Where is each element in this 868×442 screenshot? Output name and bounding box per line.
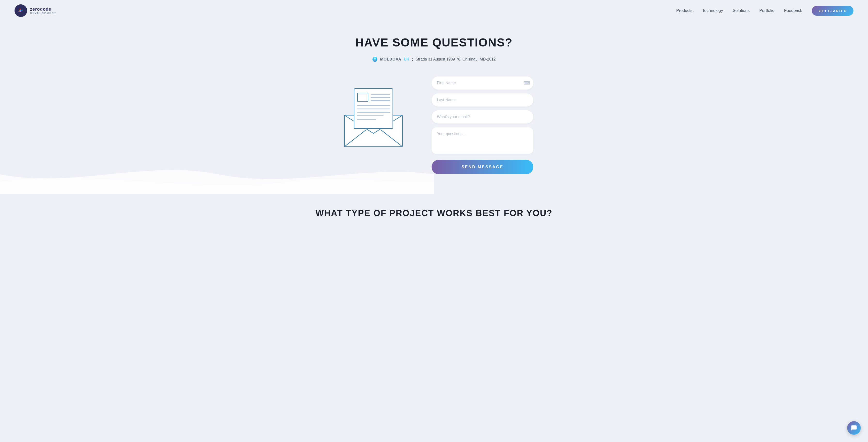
logo-text: zeroqode development bbox=[30, 7, 56, 14]
chat-icon bbox=[851, 425, 857, 431]
chat-bubble-button[interactable] bbox=[847, 421, 861, 435]
bottom-title: WHAT TYPE OF PROJECT WORKS BEST FOR YOU? bbox=[14, 208, 854, 218]
nav-feedback[interactable]: Feedback bbox=[784, 8, 802, 13]
email-input[interactable] bbox=[432, 110, 533, 123]
get-started-button[interactable]: GET STARTED bbox=[812, 6, 854, 16]
main-section: HAVE SOME QUESTIONS? 🌐 MOLDOVA UK : Stra… bbox=[0, 21, 868, 194]
contact-form: ⌨ SEND MESSAGE bbox=[432, 76, 533, 174]
nav-technology[interactable]: Technology bbox=[702, 8, 723, 13]
location-moldova: MOLDOVA bbox=[380, 57, 401, 62]
header: Z zeroqode development Products Technolo… bbox=[0, 0, 868, 21]
main-content: HAVE SOME QUESTIONS? 🌐 MOLDOVA UK : Stra… bbox=[0, 21, 868, 194]
page-title: HAVE SOME QUESTIONS? bbox=[14, 36, 854, 49]
globe-icon: 🌐 bbox=[372, 57, 378, 62]
nav-solutions[interactable]: Solutions bbox=[733, 8, 750, 13]
last-name-input[interactable] bbox=[432, 93, 533, 106]
main-nav: Products Technology Solutions Portfolio … bbox=[676, 6, 854, 16]
brand-name: zeroqode bbox=[30, 7, 56, 12]
envelope-svg bbox=[335, 81, 412, 149]
logo[interactable]: Z zeroqode development bbox=[14, 4, 56, 17]
location-address: Strada 31 August 1989 78, Chisinau, MD-2… bbox=[415, 57, 496, 62]
logo-icon: Z bbox=[17, 7, 25, 14]
envelope-illustration bbox=[335, 81, 412, 149]
logo-circle: Z bbox=[14, 4, 27, 17]
questions-textarea[interactable] bbox=[432, 127, 533, 154]
location-bar: 🌐 MOLDOVA UK : Strada 31 August 1989 78,… bbox=[14, 56, 854, 62]
location-separator: : bbox=[412, 56, 413, 62]
bottom-section: WHAT TYPE OF PROJECT WORKS BEST FOR YOU? bbox=[0, 194, 868, 228]
nav-products[interactable]: Products bbox=[676, 8, 692, 13]
location-uk-link[interactable]: UK bbox=[404, 57, 409, 62]
first-name-field-wrap: ⌨ bbox=[432, 76, 533, 90]
send-message-button[interactable]: SEND MESSAGE bbox=[432, 160, 533, 174]
content-row: ⌨ SEND MESSAGE bbox=[289, 76, 579, 174]
brand-sub: development bbox=[30, 12, 56, 14]
nav-portfolio[interactable]: Portfolio bbox=[759, 8, 774, 13]
keyboard-icon: ⌨ bbox=[520, 78, 533, 88]
first-name-input[interactable] bbox=[432, 76, 520, 90]
